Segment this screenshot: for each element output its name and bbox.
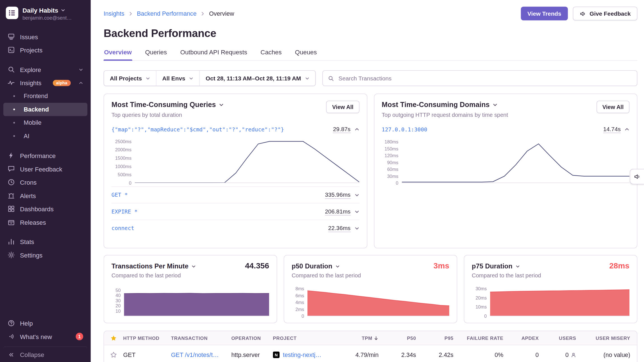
domains-panel-title[interactable]: Most Time-Consuming Domains [382,101,508,109]
sidebar-item-alerts[interactable]: Alerts [3,189,87,202]
org-email: benjamin.coe@sent… [22,15,72,21]
tab-overview[interactable]: Overview [104,49,132,61]
query-row[interactable]: EXPIRE * 206.81ms [112,203,359,219]
query-row[interactable]: GET * 335.96ms [112,186,359,203]
tab-caches[interactable]: Caches [260,49,282,61]
sidebar-item-mobile[interactable]: Mobile [3,116,87,129]
query-duration: 29.87s [333,126,350,133]
sidebar-item-label: Issues [20,33,38,40]
p75-card-title-label: p75 Duration [472,263,512,270]
breadcrumb-insights[interactable]: Insights [104,10,124,17]
projects-filter[interactable]: All Projects [104,71,156,85]
query-link[interactable]: connect [112,225,134,231]
header-http-method[interactable]: HTTP METHOD [123,335,171,340]
header-users[interactable]: USERS [545,335,583,340]
header-p95[interactable]: P95 [423,335,460,340]
query-link[interactable]: GET * [112,192,128,198]
give-feedback-button[interactable]: Give Feedback [573,7,637,20]
query-row[interactable]: connect 22.36ms [112,220,359,236]
sidebar-item-label: Collapse [20,351,44,358]
cell-user-misery: (no value) [583,351,637,358]
tpm-card-title-label: Transactions Per Minute [112,263,189,270]
chevron-down-icon [515,264,520,268]
view-trends-label: View Trends [527,10,561,17]
sidebar-item-frontend[interactable]: Frontend [3,89,87,103]
domain-row-expanded[interactable]: 127.0.0.1:3000 14.74s [382,122,629,136]
header-user-misery[interactable]: USER MISERY [583,335,637,340]
header-p50[interactable]: P50 [385,335,423,340]
view-trends-button[interactable]: View Trends [521,7,568,20]
sidebar-item-performance[interactable]: Performance [3,149,87,162]
chevron-down-icon[interactable] [354,192,359,198]
p50-card-title[interactable]: p50 Duration [292,263,340,270]
sidebar-item-help[interactable]: Help [3,317,87,330]
queries-view-all-button[interactable]: View All [326,101,359,113]
sidebar-item-label: What's new [20,333,52,340]
header-operation[interactable]: OPERATION [231,335,273,340]
queries-panel-title[interactable]: Most Time-Consuming Queries [112,101,224,109]
notification-badge: 1 [76,333,83,340]
tab-outbound-api-requests[interactable]: Outbound API Requests [180,49,248,61]
sidebar-item-projects[interactable]: Projects [3,43,87,57]
header-transaction[interactable]: TRANSACTION [171,335,231,340]
sidebar-item-dashboards[interactable]: Dashboards [3,202,87,215]
breadcrumb-backend-performance[interactable]: Backend Performance [137,10,196,17]
star-header[interactable] [104,335,123,341]
chevron-down-icon[interactable] [354,226,359,231]
p50-card-subtitle: Compared to the last period [292,272,450,279]
sidebar-item-issues[interactable]: Issues [3,30,87,43]
header-apdex[interactable]: APDEX [510,335,545,340]
tpm-value: 44.356 [245,261,269,270]
table-row: GET GET /v1/notes/t… http.server N testi… [104,345,637,362]
bar-chart-icon [8,238,15,245]
chevron-down-icon[interactable] [354,209,359,214]
feedback-edge-button[interactable] [630,169,644,184]
tab-queues[interactable]: Queues [295,49,317,61]
sidebar-item-whats-new[interactable]: What's new 1 [3,330,87,343]
header-tpm-sorted[interactable]: TPM [339,335,385,340]
domain-duration: 14.74s [603,126,620,133]
sidebar-item-stats[interactable]: Stats [3,235,87,249]
p75-value: 28ms [609,261,629,270]
query-link[interactable]: {"map":"?","mapReduce":"$cmd","out":"?",… [112,126,284,133]
domains-view-all-button[interactable]: View All [597,101,629,113]
sidebar-item-label: Backend [24,106,49,113]
environments-filter-label: All Envs [162,75,185,82]
header-project[interactable]: PROJECT [273,335,340,340]
search-transactions[interactable] [322,70,637,86]
sidebar-item-user-feedback[interactable]: User Feedback [3,162,87,176]
project-link[interactable]: testing-nextj… [283,351,321,358]
environments-filter[interactable]: All Envs [156,71,200,85]
lightning-icon [8,152,15,159]
tab-label: Outbound API Requests [180,49,247,56]
sidebar-item-label: Mobile [24,119,41,126]
star-toggle-button[interactable] [110,351,117,358]
sidebar-item-crons[interactable]: Crons [3,175,87,189]
org-name: Daily Habits [22,7,58,14]
chevron-up-icon[interactable] [354,127,359,132]
date-range-filter[interactable]: Oct 28, 11:13 AM–Oct 28, 11:19 AM [199,71,315,85]
sidebar-item-explore[interactable]: Explore [3,63,87,76]
p75-card-title[interactable]: p75 Duration [472,263,520,270]
help-icon [8,319,15,327]
queries-panel-subtitle: Top queries by total duration [112,112,224,118]
header-failure-rate[interactable]: FAILURE RATE [460,335,510,340]
tab-label: Queues [295,49,317,56]
search-input[interactable] [338,75,632,82]
query-row-expanded[interactable]: {"map":"?","mapReduce":"$cmd","out":"?",… [112,122,359,136]
sidebar-item-ai[interactable]: AI [3,129,87,143]
sidebar-collapse-button[interactable]: Collapse [3,347,87,360]
p50-chart: 8ms6ms4ms2ms0 [292,289,450,316]
sidebar-item-settings[interactable]: Settings [3,248,87,262]
domain-link[interactable]: 127.0.0.1:3000 [382,126,427,133]
sidebar-item-label: Performance [20,152,55,159]
chevron-up-icon[interactable] [624,127,629,132]
tpm-card-title[interactable]: Transactions Per Minute [112,263,196,270]
org-switcher[interactable]: Daily Habits benjamin.coe@sent… [3,6,87,22]
tab-queries[interactable]: Queries [145,49,167,61]
sidebar-item-backend[interactable]: Backend [3,103,87,116]
sidebar-item-insights[interactable]: Insights alpha [3,76,87,90]
sidebar-item-releases[interactable]: Releases [3,215,87,229]
query-link[interactable]: EXPIRE * [112,208,138,215]
transaction-link[interactable]: GET /v1/notes/t… [171,351,219,358]
